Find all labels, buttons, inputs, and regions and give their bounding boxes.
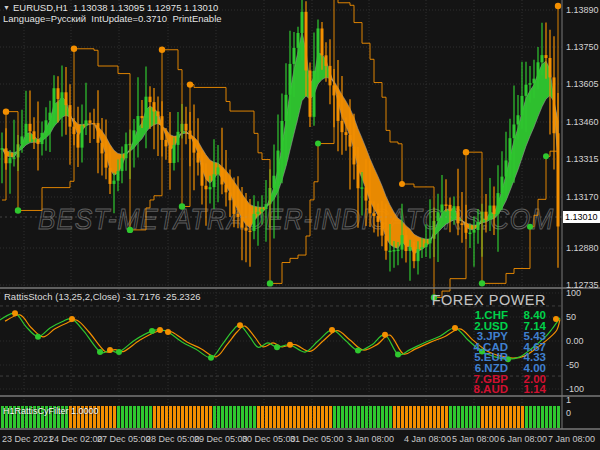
- axis-label: 31 Dec 05:00: [290, 434, 344, 444]
- axis-label: 27 Dec 05:00: [97, 434, 151, 444]
- time-axis: 23 Dec 202124 Dec 02:0027 Dec 05:0028 De…: [2, 434, 595, 444]
- axis-label: 1.12880: [566, 243, 599, 253]
- axis-label: 6 Jan 08:00: [500, 434, 547, 444]
- axis-label: 4 Jan 08:00: [404, 434, 451, 444]
- watermark-text: BEST-METATRADER-INDICATORS.COM: [38, 202, 554, 235]
- symbol-info-line: ▼EURUSD,H1 1.13038 1.13095 1.12975 1.130…: [3, 2, 218, 13]
- axis-label: 1.13170: [566, 192, 599, 202]
- axis-label: -100: [566, 384, 584, 394]
- stoch-indicator-label: RattisStoch (13,25,2,Close) -31.7176 -25…: [4, 291, 200, 302]
- axis-label: 1.13010: [565, 212, 598, 222]
- axis-label: 30 Dec 05:00: [242, 434, 296, 444]
- axis-label: 5 Jan 08:00: [452, 434, 499, 444]
- axis-label: 1.13890: [566, 5, 599, 15]
- axis-label: 50: [566, 312, 576, 322]
- symbol-ohlc-text: EURUSD,H1 1.13038 1.13095 1.12975 1.1301…: [13, 2, 218, 13]
- mt4-chart-window: BEST-METATRADER-INDICATORS.COM1.138901.1…: [0, 0, 600, 450]
- axis-label: 28 Dec 05:00: [146, 434, 200, 444]
- forex-power-row: 1.CHF8.40: [432, 310, 546, 321]
- currency-rank-label: 8.AUD: [456, 384, 508, 395]
- axis-label: 0: [566, 408, 571, 418]
- currency-rank-label: 6.NZD: [456, 363, 508, 374]
- axis-label: 7 Jan 08:00: [548, 434, 595, 444]
- currency-rank-label: 1.CHF: [456, 310, 508, 321]
- watermark: BEST-METATRADER-INDICATORS.COM: [38, 202, 554, 235]
- currency-strength-value: 4.00: [508, 363, 546, 374]
- indicator-settings-line: Language=Русский IntUpdate=0.3710 PrintE…: [3, 13, 222, 24]
- axis-label: 1.13750: [566, 42, 599, 52]
- forex-power-panel: FOREX POWER 1.CHF8.402.USD7.143.JPY5.434…: [432, 292, 546, 395]
- axis-label: 1.13460: [566, 117, 599, 127]
- axis-label: 3 Jan 08:00: [347, 434, 394, 444]
- axis-label: 0.00: [566, 336, 584, 346]
- forex-power-row: 8.AUD1.14: [432, 384, 546, 395]
- axis-label: 23 Dec 2021: [2, 434, 53, 444]
- forex-power-title: FOREX POWER: [432, 292, 546, 308]
- axis-label: 100: [566, 288, 581, 298]
- currency-strength-value: 8.40: [508, 310, 546, 321]
- symbol-dropdown-icon[interactable]: ▼: [3, 4, 10, 11]
- currency-strength-value: 1.14: [508, 384, 546, 395]
- axis-label: 1.13605: [566, 79, 599, 89]
- axis-label: 29 Dec 05:00: [194, 434, 248, 444]
- axis-label: 1: [566, 395, 571, 405]
- filter-indicator-label: H1RattisCyFilter 1.0000: [3, 406, 99, 416]
- forex-power-rows: 1.CHF8.402.USD7.143.JPY5.434.CAD4.675.EU…: [432, 310, 546, 395]
- forex-power-row: 6.NZD4.00: [432, 363, 546, 374]
- axis-label: -50: [566, 360, 579, 370]
- axis-label: 1.13315: [566, 154, 599, 164]
- axis-label: 24 Dec 02:00: [49, 434, 103, 444]
